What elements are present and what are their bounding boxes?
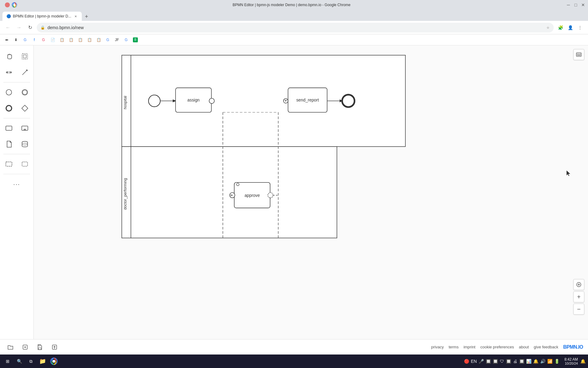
network-icon[interactable]: 📶 xyxy=(547,359,552,364)
taskbar-start-button[interactable]: ⊞ xyxy=(2,356,13,367)
svg-rect-49 xyxy=(577,55,581,56)
bookmark-1[interactable]: ⬅ xyxy=(2,36,11,44)
address-bar[interactable]: 🔒 demo.bpmn.io/new ★ xyxy=(37,23,554,33)
new-diagram-button[interactable] xyxy=(20,342,31,353)
hand-tool-button[interactable] xyxy=(2,49,16,64)
reload-button[interactable]: ↻ xyxy=(26,23,34,32)
restore-button[interactable]: □ xyxy=(573,2,578,7)
svg-rect-31 xyxy=(288,88,327,112)
space-tool-button[interactable] xyxy=(2,65,16,80)
bookmark-star-icon[interactable]: ★ xyxy=(546,25,550,30)
tab-close-button[interactable]: ✕ xyxy=(73,14,78,19)
tray-icon-4[interactable]: 🔲 xyxy=(493,359,498,364)
imprint-link[interactable]: imprint xyxy=(463,345,475,349)
taskbar-right: 🔴 EN 🎤 🔲 🔲 🛡 🔲 🖨 🔲 📊 🔔 🔊 📶 🔋 8:42 AM 10/… xyxy=(462,357,586,365)
data-store-button[interactable] xyxy=(17,137,32,151)
notification-button[interactable]: 🔔 xyxy=(580,359,586,364)
volume-icon[interactable]: 🔊 xyxy=(540,359,545,364)
svg-rect-17 xyxy=(122,55,405,147)
back-button[interactable]: ← xyxy=(4,23,12,32)
bookmark-12[interactable]: G xyxy=(104,36,112,44)
group-button[interactable] xyxy=(2,157,16,171)
text-annotation-button[interactable] xyxy=(17,157,32,171)
svg-point-33 xyxy=(284,99,288,103)
menu-button[interactable]: ⋮ xyxy=(576,23,584,32)
bookmark-4[interactable]: f xyxy=(30,36,39,44)
security-icon: 🔒 xyxy=(40,25,45,30)
svg-rect-57 xyxy=(39,348,41,350)
lasso-tool-button[interactable] xyxy=(17,49,32,64)
tray-icon-3[interactable]: 🔲 xyxy=(486,359,491,364)
battery-icon[interactable]: 🔋 xyxy=(554,359,560,364)
forward-button[interactable]: → xyxy=(15,23,23,32)
new-tab-button[interactable]: + xyxy=(82,12,91,21)
about-link[interactable]: about xyxy=(519,345,529,349)
tray-icon-8[interactable]: 🔲 xyxy=(519,359,524,364)
right-toolbar xyxy=(573,49,584,60)
svg-point-5 xyxy=(23,90,27,94)
active-tab[interactable]: 🔵 BPMN Editor | bpmn-js modeler D... ✕ xyxy=(2,12,82,21)
tray-icon-1[interactable]: 🔴 xyxy=(464,359,469,364)
intermediate-event-button[interactable] xyxy=(17,85,32,100)
svg-point-42 xyxy=(268,193,273,198)
bookmark-2[interactable]: ⬇ xyxy=(12,36,20,44)
save-diagram-button[interactable] xyxy=(34,342,45,353)
subprocess-button[interactable] xyxy=(17,121,32,136)
tray-icon-9[interactable]: 📊 xyxy=(526,359,531,364)
canvas-area[interactable]: hospital doctor_performing assign xyxy=(34,45,588,339)
bookmark-11[interactable]: 📋 xyxy=(94,36,103,44)
bookmark-6[interactable]: 📄 xyxy=(48,36,57,44)
zoom-out-button[interactable]: − xyxy=(573,304,584,315)
bookmark-8[interactable]: 📋 xyxy=(67,36,75,44)
task-button[interactable] xyxy=(2,121,16,136)
svg-rect-8 xyxy=(6,126,12,130)
clock-date: 10/20/24 xyxy=(564,362,578,365)
language-indicator[interactable]: EN xyxy=(471,359,477,364)
profile-button[interactable]: 👤 xyxy=(566,23,575,32)
taskbar-search-button[interactable]: 🔍 xyxy=(14,356,24,367)
tray-icon-10[interactable]: 🔔 xyxy=(533,359,538,364)
tray-icon-6[interactable]: 🔲 xyxy=(506,359,511,364)
start-event-button[interactable] xyxy=(2,85,16,100)
cookie-preferences-link[interactable]: cookie preferences xyxy=(480,345,514,349)
data-object-button[interactable] xyxy=(2,137,16,151)
minimize-button[interactable]: ─ xyxy=(566,2,571,7)
more-tools-button[interactable]: ··· xyxy=(9,177,24,191)
svg-rect-45 xyxy=(576,53,581,56)
bookmark-9[interactable]: 📋 xyxy=(76,36,85,44)
zoom-fit-button[interactable] xyxy=(573,279,584,290)
browser-actions: 🧩 👤 ⋮ xyxy=(556,23,584,32)
gateway-button[interactable] xyxy=(17,101,32,116)
bottom-links: privacy terms imprint cookie preferences… xyxy=(431,344,583,350)
bookmark-15[interactable]: B xyxy=(131,36,140,44)
end-event-button[interactable] xyxy=(2,101,16,116)
give-feedback-link[interactable]: give feedback xyxy=(534,345,558,349)
terms-link[interactable]: terms xyxy=(449,345,459,349)
open-diagram-button[interactable] xyxy=(5,342,16,353)
bookmark-14[interactable]: G xyxy=(122,36,130,44)
bookmark-5[interactable]: G xyxy=(39,36,48,44)
connect-tool-button[interactable] xyxy=(17,65,32,80)
privacy-link[interactable]: privacy xyxy=(431,345,444,349)
svg-text:doctor_performing: doctor_performing xyxy=(123,178,127,210)
bookmark-13[interactable]: JF xyxy=(113,36,121,44)
title-bar: BPMN Editor | bpmn-js modeler Demo | dem… xyxy=(0,0,588,10)
bookmark-7[interactable]: 📋 xyxy=(58,36,66,44)
close-button[interactable]: ✕ xyxy=(581,2,586,7)
tray-icon-2[interactable]: 🎤 xyxy=(479,359,484,364)
taskbar-task-view-button[interactable]: ⧉ xyxy=(26,356,36,367)
taskbar-chrome[interactable] xyxy=(49,356,59,367)
keyboard-shortcuts-button[interactable] xyxy=(573,49,584,60)
bookmark-10[interactable]: 📋 xyxy=(85,36,94,44)
extensions-button[interactable]: 🧩 xyxy=(556,23,565,32)
export-diagram-button[interactable] xyxy=(49,342,60,353)
taskbar-file-explorer[interactable]: 📁 xyxy=(37,356,48,367)
zoom-in-button[interactable]: + xyxy=(573,291,584,302)
bookmark-3[interactable]: G xyxy=(21,36,29,44)
svg-rect-15 xyxy=(6,162,12,166)
tray-icon-7[interactable]: 🖨 xyxy=(513,359,517,364)
svg-point-3 xyxy=(6,90,12,95)
svg-point-36 xyxy=(342,95,354,107)
tray-icon-5[interactable]: 🛡 xyxy=(500,359,504,364)
taskbar-clock[interactable]: 8:42 AM 10/20/24 xyxy=(564,357,578,365)
